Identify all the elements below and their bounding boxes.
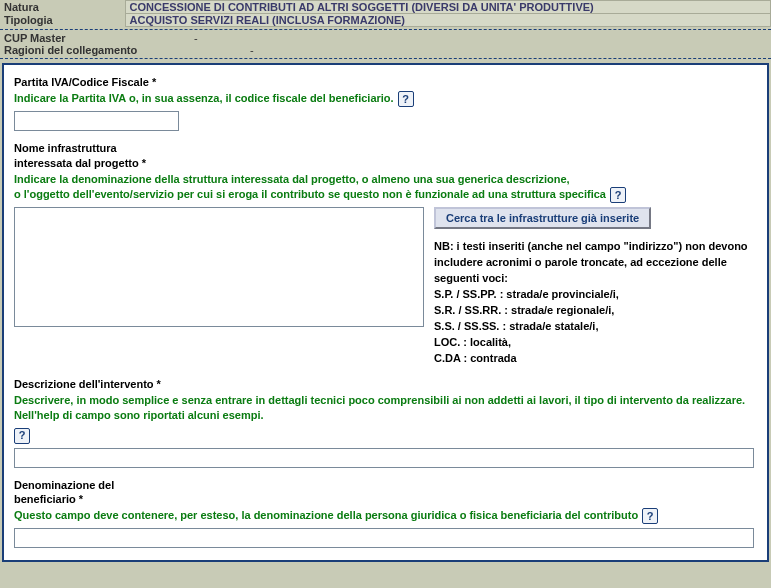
divider xyxy=(0,29,771,30)
infra-hint-line2: o l'oggetto dell'evento/servizio per cui… xyxy=(14,187,606,202)
divider xyxy=(0,58,771,59)
benef-hint-row: Questo campo deve contenere, per esteso,… xyxy=(14,508,759,524)
descr-hint: Descrivere, in modo semplice e senza ent… xyxy=(14,393,759,424)
form-panel: Partita IVA/Codice Fiscale * Indicare la… xyxy=(2,63,769,562)
benef-input[interactable] xyxy=(14,528,754,548)
header-table: Natura CONCESSIONE DI CONTRIBUTI AD ALTR… xyxy=(0,0,771,27)
benef-label-line1: Denominazione del xyxy=(14,479,114,491)
piva-hint-row: Indicare la Partita IVA o, in sua assenz… xyxy=(14,91,759,107)
ragioni-value: - xyxy=(190,44,771,56)
descr-hint-row: Descrivere, in modo semplice e senza ent… xyxy=(14,393,759,444)
infra-label-line1: Nome infrastruttura xyxy=(14,142,117,154)
benef-hint: Questo campo deve contenere, per esteso,… xyxy=(14,508,638,523)
natura-label: Natura xyxy=(0,1,125,14)
cup-master-label: CUP Master xyxy=(0,32,190,44)
help-icon[interactable]: ? xyxy=(14,428,30,444)
descr-label: Descrizione dell'intervento * xyxy=(14,377,759,391)
piva-label: Partita IVA/Codice Fiscale * xyxy=(14,75,759,89)
ragioni-label: Ragioni del collegamento xyxy=(0,44,190,56)
help-icon[interactable]: ? xyxy=(610,187,626,203)
piva-input[interactable] xyxy=(14,111,179,131)
nb-l4: LOC. : località, xyxy=(434,336,511,348)
nb-block: NB: i testi inseriti (anche nel campo "i… xyxy=(434,239,759,367)
infra-textarea[interactable] xyxy=(14,207,424,327)
cup-table: CUP Master - Ragioni del collegamento - xyxy=(0,32,771,56)
descr-input[interactable] xyxy=(14,448,754,468)
infra-label: Nome infrastruttura interessata dal prog… xyxy=(14,141,759,170)
tipologia-label: Tipologia xyxy=(0,14,125,27)
infra-hint-line1: Indicare la denominazione della struttur… xyxy=(14,173,570,185)
help-icon[interactable]: ? xyxy=(642,508,658,524)
nb-l3: S.S. / SS.SS. : strada/e statale/i, xyxy=(434,320,598,332)
benef-label-line2: beneficiario * xyxy=(14,493,83,505)
infra-label-line2: interessata dal progetto * xyxy=(14,157,146,169)
search-infra-button[interactable]: Cerca tra le infrastrutture già inserite xyxy=(434,207,651,229)
nb-l2: S.R. / SS.RR. : strada/e regionale/i, xyxy=(434,304,614,316)
nb-l5: C.DA : contrada xyxy=(434,352,517,364)
cup-master-value: - xyxy=(190,32,771,44)
nb-l1: S.P. / SS.PP. : strada/e provinciale/i, xyxy=(434,288,619,300)
nb-intro: NB: i testi inseriti (anche nel campo "i… xyxy=(434,240,748,284)
tipologia-value: ACQUISTO SERVIZI REALI (INCLUSA FORMAZIO… xyxy=(125,14,771,27)
infra-hint: Indicare la denominazione della struttur… xyxy=(14,172,759,203)
help-icon[interactable]: ? xyxy=(398,91,414,107)
benef-label: Denominazione del beneficiario * xyxy=(14,478,759,507)
piva-hint: Indicare la Partita IVA o, in sua assenz… xyxy=(14,91,394,106)
natura-value: CONCESSIONE DI CONTRIBUTI AD ALTRI SOGGE… xyxy=(125,1,771,14)
